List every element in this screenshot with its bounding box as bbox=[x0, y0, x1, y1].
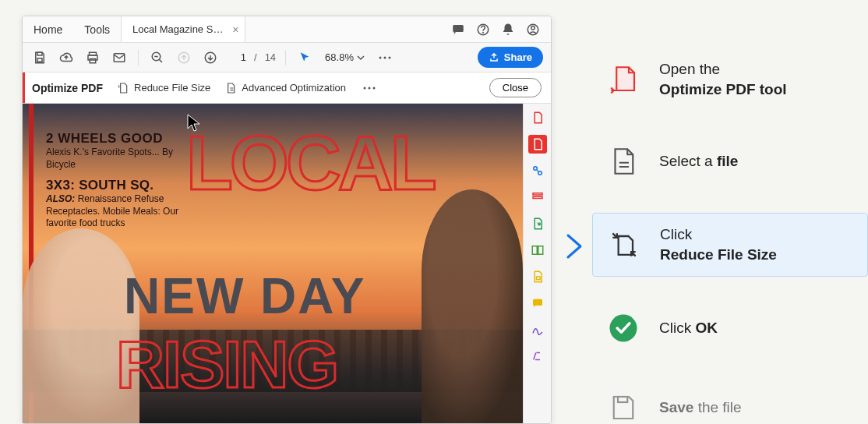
page-separator: / bbox=[254, 51, 257, 63]
mag-rising: RISING bbox=[116, 326, 337, 403]
arrow-indicator-icon bbox=[563, 231, 587, 262]
page-number-input[interactable] bbox=[228, 51, 246, 63]
t: Save bbox=[659, 399, 693, 415]
t: OK bbox=[695, 320, 718, 336]
svg-rect-23 bbox=[533, 196, 542, 198]
rail-redact-icon[interactable] bbox=[528, 347, 547, 366]
cloud-upload-icon[interactable] bbox=[57, 48, 76, 67]
step-text: Open the Optimize PDF tool bbox=[659, 59, 787, 99]
step-click-ok: Click OK bbox=[592, 300, 868, 356]
t: Click bbox=[660, 226, 692, 242]
save-file-icon bbox=[606, 390, 640, 424]
t: file bbox=[717, 153, 738, 169]
rail-organize-icon[interactable] bbox=[528, 188, 547, 207]
t: Select a bbox=[659, 153, 717, 169]
document-tab-label: Local Magazine S… bbox=[132, 23, 223, 35]
step-reduce-file-size: Click Reduce File Size bbox=[592, 213, 868, 276]
acrobat-window: Home Tools Local Magazine S… × / 14 68.8 bbox=[22, 16, 552, 424]
optimize-pdf-label: Optimize PDF bbox=[32, 82, 103, 94]
mag-headline-2: 3X3: SOUTH SQ. bbox=[46, 178, 153, 193]
share-icon bbox=[489, 52, 499, 63]
mag-sub-2: ALSO: Renaissance Refuse Receptacles. Mo… bbox=[46, 193, 186, 230]
rail-create-pdf-icon[interactable] bbox=[528, 108, 547, 127]
share-label: Share bbox=[504, 51, 532, 63]
step-text: Save the file bbox=[659, 398, 742, 418]
page-total: 14 bbox=[265, 51, 276, 63]
t: Reduce File Size bbox=[660, 246, 777, 263]
svg-point-19 bbox=[372, 87, 375, 89]
close-tab-icon[interactable]: × bbox=[232, 23, 238, 36]
rail-edit-pdf-icon[interactable] bbox=[528, 161, 547, 180]
step-text: Click OK bbox=[659, 318, 718, 338]
comment-icon[interactable] bbox=[451, 23, 465, 37]
mag-also: ALSO: bbox=[46, 193, 75, 204]
svg-point-15 bbox=[383, 56, 386, 58]
more-icon[interactable] bbox=[376, 48, 394, 67]
separator bbox=[138, 50, 139, 65]
rail-optimize-pdf-icon[interactable] bbox=[528, 135, 547, 154]
topbar-left: Home Tools Local Magazine S… × bbox=[23, 16, 245, 42]
svg-point-2 bbox=[483, 32, 484, 33]
svg-rect-5 bbox=[37, 52, 42, 55]
advanced-icon bbox=[224, 82, 237, 94]
magazine-page: LOCAL 2 WHEELS GOOD Alexis K.'s Favorite… bbox=[23, 104, 523, 423]
reduce-file-size-icon bbox=[607, 228, 641, 262]
mag-newday: NEW DAY bbox=[124, 267, 365, 325]
step-text: Select a file bbox=[659, 151, 738, 171]
rail-sign-icon[interactable] bbox=[528, 320, 547, 339]
profile-icon[interactable] bbox=[526, 23, 540, 37]
page-down-icon[interactable] bbox=[201, 48, 220, 67]
step-open-optimize: Open the Optimize PDF tool bbox=[592, 48, 868, 110]
svg-rect-27 bbox=[533, 299, 542, 306]
document-area: LOCAL 2 WHEELS GOOD Alexis K.'s Favorite… bbox=[23, 104, 551, 423]
t: Click bbox=[659, 320, 695, 336]
rail-export-icon[interactable] bbox=[528, 214, 547, 233]
svg-rect-29 bbox=[618, 397, 627, 402]
svg-point-21 bbox=[538, 171, 542, 175]
checkmark-icon bbox=[606, 311, 640, 345]
main-toolbar: / 14 68.8% Share bbox=[23, 43, 551, 72]
t: the file bbox=[693, 399, 741, 415]
help-icon[interactable] bbox=[476, 23, 490, 37]
pointer-icon[interactable] bbox=[295, 48, 314, 67]
topbar-right bbox=[451, 23, 551, 37]
save-icon[interactable] bbox=[30, 48, 49, 67]
step-text: Click Reduce File Size bbox=[660, 224, 777, 264]
svg-rect-0 bbox=[453, 25, 464, 32]
reduce-icon bbox=[117, 82, 129, 94]
document-tab[interactable]: Local Magazine S… × bbox=[121, 16, 245, 42]
steps-panel: Open the Optimize PDF tool Select a file… bbox=[592, 48, 868, 424]
close-button[interactable]: Close bbox=[489, 78, 542, 97]
svg-rect-22 bbox=[533, 193, 542, 195]
print-icon[interactable] bbox=[83, 48, 102, 67]
mag-headline-1: 2 WHEELS GOOD bbox=[46, 131, 163, 147]
reduce-label: Reduce File Size bbox=[134, 82, 210, 94]
svg-rect-26 bbox=[536, 277, 540, 280]
separator bbox=[285, 50, 286, 65]
share-button[interactable]: Share bbox=[478, 47, 543, 68]
rail-comment-icon[interactable] bbox=[528, 294, 547, 313]
optimize-toolbar: Optimize PDF Reduce File Size Advanced O… bbox=[23, 72, 551, 104]
rail-combine-icon[interactable] bbox=[528, 241, 547, 260]
email-icon[interactable] bbox=[110, 48, 129, 67]
top-bar: Home Tools Local Magazine S… × bbox=[23, 16, 551, 43]
zoom-out-icon[interactable] bbox=[148, 48, 167, 67]
chevron-down-icon bbox=[357, 54, 365, 62]
zoom-value: 68.8% bbox=[325, 51, 354, 63]
bell-icon[interactable] bbox=[501, 23, 515, 37]
svg-point-14 bbox=[379, 56, 381, 58]
home-tab[interactable]: Home bbox=[23, 16, 73, 42]
zoom-level[interactable]: 68.8% bbox=[322, 50, 368, 65]
step-save-file: Save the file bbox=[592, 380, 868, 424]
advanced-optimization-button[interactable]: Advanced Optimization bbox=[224, 82, 346, 94]
t: Optimize PDF tool bbox=[659, 81, 787, 97]
more-options-icon[interactable] bbox=[360, 79, 379, 97]
advanced-label: Advanced Optimization bbox=[242, 82, 346, 94]
rail-protect-icon[interactable] bbox=[528, 267, 547, 286]
tools-tab[interactable]: Tools bbox=[73, 16, 121, 42]
document-view[interactable]: LOCAL 2 WHEELS GOOD Alexis K.'s Favorite… bbox=[23, 104, 523, 423]
page-up-icon[interactable] bbox=[175, 48, 193, 67]
reduce-file-size-button[interactable]: Reduce File Size bbox=[117, 82, 210, 94]
file-icon bbox=[606, 144, 640, 178]
svg-point-18 bbox=[368, 87, 370, 89]
